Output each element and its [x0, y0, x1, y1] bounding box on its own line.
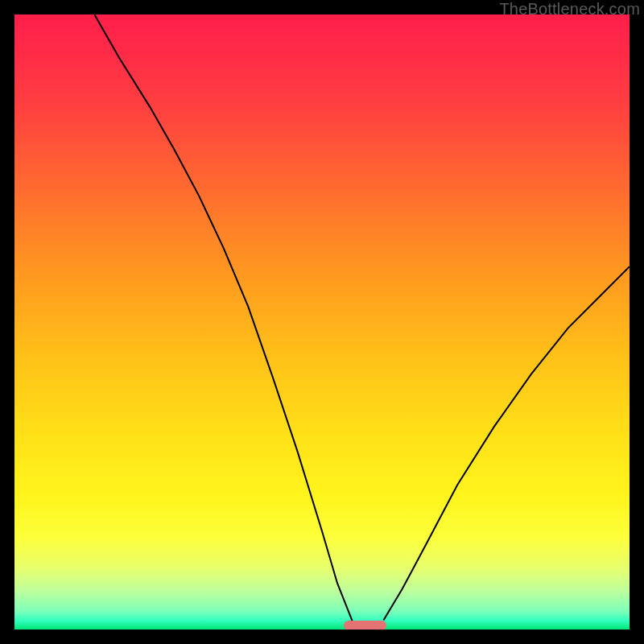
plot-area: [14, 14, 630, 630]
frame: TheBottleneck.com: [0, 0, 644, 644]
gradient-background: [14, 14, 630, 630]
bottleneck-marker: [344, 621, 387, 630]
